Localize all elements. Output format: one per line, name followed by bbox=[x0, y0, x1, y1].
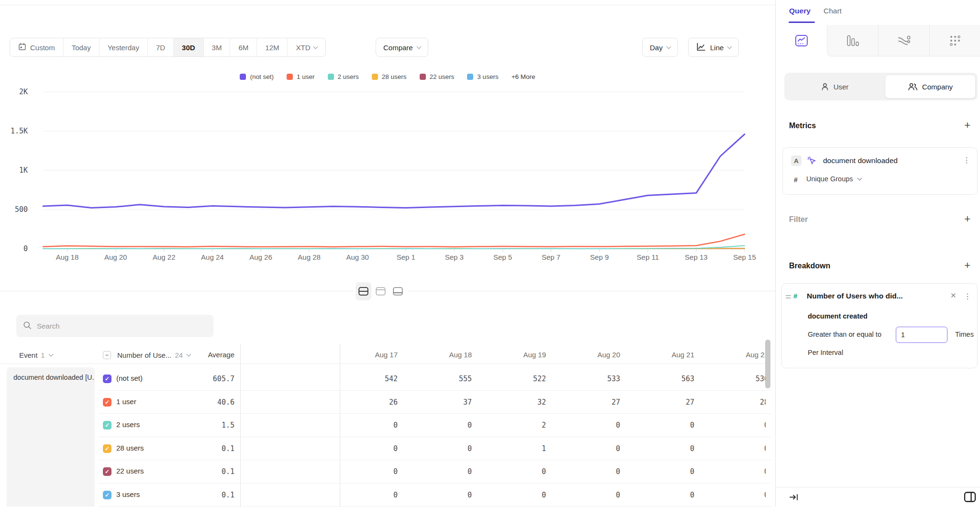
series-header-label: Number of Use... bbox=[117, 351, 171, 359]
chart-type-flow-button[interactable] bbox=[878, 25, 929, 56]
layout-table-only-button[interactable] bbox=[390, 282, 406, 300]
value-cell: 536 bbox=[711, 375, 766, 383]
tab-query[interactable]: Query bbox=[789, 7, 811, 15]
row-label: 22 users bbox=[116, 467, 144, 475]
event-click-icon bbox=[806, 155, 817, 168]
table-row[interactable]: ✓22 users0.1000000 bbox=[0, 460, 771, 484]
row-checkbox[interactable]: ✓ bbox=[103, 375, 111, 383]
chart-type-line-button[interactable] bbox=[776, 25, 827, 56]
scope-user-option[interactable]: User bbox=[784, 73, 885, 100]
metric-menu-button[interactable]: ⋮ bbox=[963, 156, 970, 165]
row-checkbox[interactable]: ✓ bbox=[103, 444, 111, 453]
table-row[interactable]: ✓3 users0.1000000 bbox=[0, 484, 771, 507]
row-checkbox[interactable]: ✓ bbox=[103, 467, 111, 476]
add-breakdown-button[interactable]: + bbox=[964, 261, 970, 270]
breakdown-per-interval-label[interactable]: Per Interval bbox=[808, 349, 843, 356]
table-row[interactable]: ✓2 users1.5002000 bbox=[0, 414, 771, 437]
value-cell: 0 bbox=[711, 491, 766, 499]
date-range-3m[interactable]: 3M bbox=[204, 38, 231, 56]
breakdown-condition-label[interactable]: Greater than or equal to bbox=[808, 331, 881, 338]
scope-company-option[interactable]: Company bbox=[885, 75, 976, 99]
date-range-30d[interactable]: 30D bbox=[174, 38, 204, 56]
add-metric-button[interactable]: + bbox=[964, 121, 970, 130]
search-input[interactable] bbox=[37, 322, 207, 330]
row-label: 3 users bbox=[116, 490, 140, 498]
chart-type-bar-button[interactable] bbox=[827, 25, 878, 56]
sidebar-footer-divider bbox=[776, 487, 980, 487]
row-label: (not set) bbox=[116, 374, 143, 382]
value-cell: 0 bbox=[636, 421, 711, 430]
table-row[interactable]: ✓(not set)605.7542555522533563536 bbox=[0, 367, 771, 391]
chart-type-grid-button[interactable] bbox=[929, 25, 980, 56]
row-values: 542555522533563536 bbox=[340, 375, 766, 383]
value-cell: 27 bbox=[562, 398, 636, 407]
date-column-header[interactable]: Aug 19 bbox=[488, 347, 562, 363]
date-column-header[interactable]: Aug 22 bbox=[711, 347, 766, 363]
breakdown-unit-label: Times bbox=[955, 331, 974, 338]
date-range-label: 12M bbox=[265, 44, 279, 52]
drag-handle-icon[interactable] bbox=[786, 295, 791, 300]
series-line[interactable] bbox=[43, 234, 745, 247]
date-range-label: 6M bbox=[238, 44, 248, 52]
table-row[interactable]: ✓28 users0.1001000 bbox=[0, 437, 771, 461]
search-box[interactable] bbox=[16, 315, 213, 337]
value-cell: 0 bbox=[711, 467, 766, 476]
aggregation-selector[interactable]: Unique Groups bbox=[806, 175, 861, 183]
value-cell: 533 bbox=[562, 375, 636, 383]
toggle-panel-icon[interactable] bbox=[963, 490, 977, 506]
tab-chart[interactable]: Chart bbox=[824, 7, 842, 15]
row-values: 000000 bbox=[340, 467, 766, 476]
chart-type-button[interactable]: Line bbox=[688, 38, 739, 57]
collapse-sidebar-icon[interactable] bbox=[789, 493, 799, 504]
query-sidebar: Query Chart bbox=[775, 0, 980, 507]
row-checkbox[interactable]: ✓ bbox=[103, 398, 111, 407]
date-range-custom[interactable]: Custom bbox=[10, 38, 64, 56]
line-chart[interactable]: 05001K1.5K2KAug 18Aug 20Aug 22Aug 24Aug … bbox=[0, 67, 775, 268]
breakdown-card[interactable]: # Number of Users who did... ✕ ⋮ documen… bbox=[781, 283, 978, 368]
layout-split-view-button[interactable] bbox=[356, 282, 371, 300]
breakdown-value-input[interactable] bbox=[896, 327, 947, 343]
row-average: 40.6 bbox=[177, 398, 234, 407]
x-axis-tick-label: Sep 9 bbox=[590, 253, 609, 261]
x-axis-tick-label: Aug 26 bbox=[249, 253, 272, 261]
active-tab-underline bbox=[789, 22, 815, 23]
value-cell: 555 bbox=[414, 375, 488, 383]
value-cell: 0 bbox=[636, 444, 711, 453]
date-range-7d[interactable]: 7D bbox=[148, 38, 174, 56]
select-all-checkbox[interactable]: − bbox=[103, 351, 111, 359]
granularity-button[interactable]: Day bbox=[642, 38, 678, 57]
metric-name: document downloaded bbox=[823, 156, 898, 165]
date-range-today[interactable]: Today bbox=[64, 38, 100, 56]
row-values: 263732272728 bbox=[340, 398, 766, 407]
date-column-header[interactable]: Aug 21 bbox=[636, 347, 711, 363]
date-column-header[interactable]: Aug 18 bbox=[414, 347, 488, 363]
date-range-yesterday[interactable]: Yesterday bbox=[100, 38, 148, 56]
table-row[interactable]: ✓1 user40.6263732272728 bbox=[0, 391, 771, 414]
date-range-12m[interactable]: 12M bbox=[257, 38, 288, 56]
bar-chart-icon bbox=[846, 34, 859, 47]
date-range-6m[interactable]: 6M bbox=[230, 38, 257, 56]
flow-chart-icon bbox=[897, 35, 911, 46]
date-range-xtd[interactable]: XTD bbox=[288, 38, 325, 56]
breakdown-menu-button[interactable]: ⋮ bbox=[964, 292, 971, 301]
add-filter-button[interactable]: + bbox=[964, 214, 970, 224]
value-cell: 0 bbox=[488, 491, 562, 499]
average-column-header[interactable]: Average bbox=[172, 347, 234, 363]
table-scrollbar[interactable] bbox=[765, 340, 770, 388]
x-axis-tick-label: Sep 13 bbox=[685, 253, 708, 261]
compare-button[interactable]: Compare bbox=[376, 38, 428, 57]
layout-chart-only-button[interactable] bbox=[373, 282, 389, 300]
close-icon[interactable]: ✕ bbox=[950, 291, 957, 300]
metric-card[interactable]: A document downloaded ⋮ # Unique Groups bbox=[782, 147, 978, 195]
row-checkbox[interactable]: ✓ bbox=[103, 421, 111, 430]
filter-section-title: Filter bbox=[789, 215, 808, 224]
date-column-header[interactable]: Aug 20 bbox=[562, 347, 636, 363]
value-cell: 522 bbox=[488, 375, 562, 383]
value-cell: 542 bbox=[340, 375, 414, 383]
date-column-header[interactable]: Aug 17 bbox=[340, 347, 414, 363]
row-checkbox[interactable]: ✓ bbox=[103, 491, 111, 499]
event-column-header[interactable]: Event 1 bbox=[19, 347, 53, 363]
series-line[interactable] bbox=[43, 134, 745, 208]
breakdown-event-name[interactable]: document created bbox=[808, 312, 868, 320]
search-icon bbox=[23, 321, 32, 331]
